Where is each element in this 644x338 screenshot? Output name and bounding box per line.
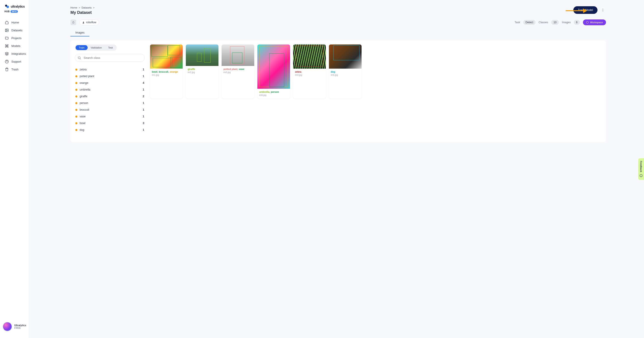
image-card[interactable]: umbrella, person im6.jpg bbox=[258, 44, 290, 98]
nav-label: Projects bbox=[12, 37, 22, 40]
split-tab-test[interactable]: Test bbox=[105, 45, 116, 50]
image-filename: im1.jpg bbox=[152, 74, 181, 76]
classes-count: 10 bbox=[551, 20, 558, 25]
class-name: dog bbox=[80, 128, 84, 132]
class-row[interactable]: potted plant1 bbox=[75, 73, 145, 80]
main-content: Home > Datasets > My Dataset Train Model bbox=[29, 0, 644, 338]
folder-icon bbox=[5, 36, 9, 40]
nav-label: Support bbox=[12, 60, 21, 63]
class-name: orange bbox=[80, 81, 88, 84]
svg-point-7 bbox=[603, 11, 603, 12]
logo-subline: HUB BETA bbox=[0, 10, 29, 17]
image-filename: im6.jpg bbox=[259, 94, 288, 96]
nav-integrations[interactable]: Integrations bbox=[0, 50, 29, 58]
train-model-button[interactable]: Train Model bbox=[573, 6, 598, 14]
image-thumbnail bbox=[329, 44, 362, 69]
class-name: umbrella bbox=[80, 88, 90, 91]
nav-datasets[interactable]: Datasets bbox=[0, 26, 29, 34]
image-card[interactable]: zebra im4.jpg bbox=[293, 44, 326, 98]
class-dot bbox=[75, 109, 77, 111]
svg-point-3 bbox=[6, 30, 7, 30]
class-row[interactable]: umbrella1 bbox=[75, 86, 145, 93]
workspace-button[interactable]: Workspace bbox=[583, 20, 606, 25]
class-count: 3 bbox=[143, 122, 144, 125]
image-filename: im4.jpg bbox=[295, 74, 324, 76]
svg-point-6 bbox=[603, 10, 603, 10]
images-label: Images bbox=[562, 21, 571, 24]
class-row[interactable]: giraffe2 bbox=[75, 93, 145, 100]
account-info: Ultralytics FREE bbox=[14, 324, 26, 329]
split-tab-train[interactable]: Train bbox=[76, 45, 88, 50]
class-row[interactable]: person1 bbox=[75, 100, 145, 106]
class-row[interactable]: bowl3 bbox=[75, 120, 145, 126]
image-labels: dog bbox=[331, 70, 360, 73]
account-name: Ultralytics bbox=[14, 324, 26, 326]
image-labels: bowl, broccoli, orange bbox=[152, 70, 181, 73]
class-dot bbox=[75, 102, 77, 104]
task-value: Detect bbox=[523, 20, 536, 25]
class-name: person bbox=[80, 102, 88, 104]
image-thumbnail bbox=[222, 44, 254, 66]
image-card[interactable]: dog im5.jpg bbox=[329, 44, 362, 98]
image-thumbnail bbox=[150, 44, 183, 69]
image-grid: bowl, broccoli, orange im1.jpg giraffe i… bbox=[150, 44, 602, 133]
nav-label: Datasets bbox=[12, 29, 22, 32]
class-count: 1 bbox=[143, 68, 144, 71]
trash-icon bbox=[5, 68, 9, 71]
class-row[interactable]: zebra1 bbox=[75, 66, 145, 73]
command-icon bbox=[5, 44, 9, 48]
nav-trash[interactable]: Trash bbox=[0, 66, 29, 73]
image-card[interactable]: bowl, broccoli, orange im1.jpg bbox=[150, 44, 183, 98]
class-row[interactable]: orange4 bbox=[75, 80, 145, 86]
class-count: 1 bbox=[143, 115, 144, 118]
class-row[interactable]: dog1 bbox=[75, 126, 145, 133]
account-plan: FREE bbox=[14, 326, 26, 329]
beta-badge: BETA bbox=[10, 10, 18, 13]
sidebar-footer[interactable]: Ultralytics FREE bbox=[0, 319, 29, 334]
breadcrumb-datasets[interactable]: Datasets bbox=[82, 6, 92, 9]
lock-icon bbox=[72, 21, 75, 24]
class-count: 1 bbox=[143, 102, 144, 104]
class-row[interactable]: vase1 bbox=[75, 113, 145, 120]
image-card[interactable]: potted plant, vase im3.jpg bbox=[222, 44, 254, 98]
owner-name: roboflow bbox=[86, 21, 96, 24]
privacy-lock-button[interactable] bbox=[70, 20, 76, 25]
image-thumbnail bbox=[258, 44, 290, 89]
image-card[interactable]: giraffe im2.jpg bbox=[186, 44, 218, 98]
search-class-input[interactable] bbox=[75, 54, 145, 62]
nav-home[interactable]: Home bbox=[0, 18, 29, 26]
layers-icon bbox=[5, 52, 9, 56]
brand-name: ultralytics bbox=[11, 5, 25, 8]
more-options-button[interactable] bbox=[600, 7, 606, 13]
class-dot bbox=[75, 69, 77, 71]
feedback-button[interactable]: Feedback bbox=[638, 158, 644, 180]
class-name: broccoli bbox=[80, 108, 89, 111]
nav-support[interactable]: Support bbox=[0, 58, 29, 66]
class-row[interactable]: broccoli1 bbox=[75, 106, 145, 113]
owner-chip[interactable]: roboflow bbox=[80, 20, 99, 25]
logo[interactable]: ultralytics bbox=[0, 4, 29, 10]
image-labels: giraffe bbox=[188, 68, 217, 70]
workspace-icon bbox=[586, 21, 589, 24]
svg-point-10 bbox=[78, 56, 80, 58]
split-tab-validation[interactable]: Validation bbox=[88, 45, 105, 50]
class-list: zebra1potted plant1orange4umbrella1giraf… bbox=[75, 66, 145, 133]
brand-hub: HUB bbox=[4, 10, 10, 13]
search-icon bbox=[78, 56, 81, 60]
breadcrumb-home[interactable]: Home bbox=[70, 6, 77, 9]
feedback-label: Feedback bbox=[640, 161, 642, 172]
nav-projects[interactable]: Projects bbox=[0, 34, 29, 42]
image-filename: im2.jpg bbox=[188, 71, 217, 74]
image-thumbnail bbox=[186, 44, 218, 66]
class-dot bbox=[75, 75, 77, 77]
section-tabs: Images bbox=[70, 29, 606, 36]
image-thumbnail bbox=[293, 44, 326, 69]
tab-images[interactable]: Images bbox=[70, 29, 90, 36]
nav-models[interactable]: Models bbox=[0, 42, 29, 50]
class-name: potted plant bbox=[80, 75, 94, 78]
sidebar: ultralytics HUB BETA Home Datasets Proje… bbox=[0, 0, 29, 338]
svg-point-11 bbox=[640, 174, 642, 177]
user-icon bbox=[82, 21, 85, 24]
workspace-label: Workspace bbox=[590, 21, 603, 24]
class-count: 1 bbox=[143, 108, 144, 111]
